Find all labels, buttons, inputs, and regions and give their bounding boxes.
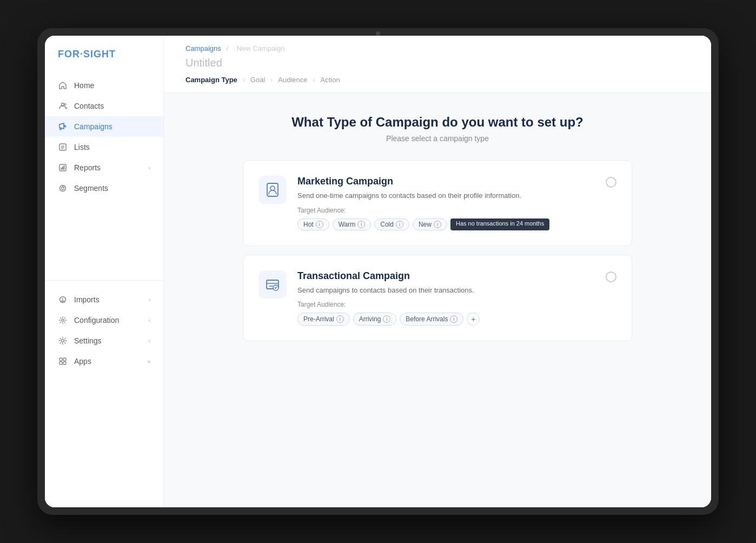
tag-pre-arrival-label: Pre-Arrival bbox=[303, 315, 334, 323]
tag-cold-label: Cold bbox=[380, 221, 394, 228]
transactional-tags: Pre-Arrival i Arriving i Before Arrivals… bbox=[297, 313, 595, 326]
sidebar-item-campaigns[interactable]: Campaigns bbox=[45, 116, 163, 137]
tags-plus-button[interactable]: + bbox=[467, 313, 480, 326]
tag-arriving-label: Arriving bbox=[359, 315, 381, 323]
content-subtitle: Please select a campaign type bbox=[386, 134, 489, 143]
marketing-card-body: Marketing Campaign Send one-time campaig… bbox=[297, 176, 595, 230]
tag-before-arrivals-label: Before Arrivals bbox=[406, 315, 448, 323]
step-arrow-3: › bbox=[313, 76, 315, 84]
svg-rect-24 bbox=[63, 362, 66, 365]
breadcrumb-separator: / bbox=[226, 44, 228, 52]
step-audience[interactable]: Audience bbox=[278, 76, 307, 84]
svg-rect-11 bbox=[61, 168, 62, 170]
sidebar-item-contacts[interactable]: Contacts bbox=[45, 96, 163, 116]
apps-chevron: » bbox=[147, 359, 150, 365]
settings-chevron: ‹ bbox=[149, 338, 150, 344]
tag-hot: Hot i bbox=[297, 218, 329, 230]
step-arrow-1: › bbox=[243, 76, 245, 84]
tag-no-transactions: Has no transactions in 24 months bbox=[450, 218, 549, 230]
device-frame: FOR·SIGHT Home bbox=[37, 28, 719, 515]
tag-before-arrivals-info[interactable]: i bbox=[450, 315, 457, 323]
imports-chevron: ‹ bbox=[149, 297, 150, 303]
svg-rect-13 bbox=[64, 165, 65, 170]
home-icon bbox=[58, 81, 68, 90]
apps-icon bbox=[58, 356, 68, 366]
marketing-campaign-card[interactable]: Marketing Campaign Send one-time campaig… bbox=[243, 160, 632, 246]
svg-rect-23 bbox=[59, 362, 62, 365]
svg-point-20 bbox=[62, 340, 64, 342]
step-action[interactable]: Action bbox=[321, 76, 340, 84]
sidebar-item-settings[interactable]: Settings ‹ bbox=[45, 330, 163, 351]
tag-new-info[interactable]: i bbox=[434, 221, 441, 228]
reports-chevron: ‹ bbox=[149, 165, 150, 171]
transactional-card-body: Transactional Campaign Send campaigns to… bbox=[297, 270, 595, 326]
sidebar: FOR·SIGHT Home bbox=[45, 36, 164, 507]
sidebar-item-apps[interactable]: Apps » bbox=[45, 351, 163, 372]
transactional-card-desc: Send campaigns to contacts based on thei… bbox=[297, 285, 595, 296]
tag-new-label: New bbox=[419, 221, 432, 228]
camera-area bbox=[362, 31, 394, 36]
step-campaign-type[interactable]: Campaign Type bbox=[185, 76, 237, 84]
sidebar-item-configuration[interactable]: Configuration ‹ bbox=[45, 310, 163, 330]
breadcrumb-parent[interactable]: Campaigns bbox=[185, 44, 221, 52]
reports-icon bbox=[58, 163, 68, 173]
transactional-target-label: Target Audience: bbox=[297, 301, 595, 308]
tag-pre-arrival-info[interactable]: i bbox=[336, 315, 344, 323]
sidebar-label-contacts: Contacts bbox=[74, 102, 104, 110]
lists-icon bbox=[58, 142, 68, 152]
tag-arriving-info[interactable]: i bbox=[383, 315, 390, 323]
sidebar-item-reports[interactable]: Reports ‹ bbox=[45, 157, 163, 178]
sidebar-item-segments[interactable]: Segments bbox=[45, 178, 163, 198]
logo-sight: ·SIGHT bbox=[80, 49, 116, 59]
svg-point-1 bbox=[64, 104, 66, 105]
breadcrumb: Campaigns / New Campaign bbox=[185, 44, 689, 52]
segments-icon bbox=[58, 183, 68, 193]
tag-new: New i bbox=[413, 218, 447, 230]
svg-point-26 bbox=[270, 186, 275, 190]
content-area: What Type of Campaign do you want to set… bbox=[164, 93, 711, 507]
sidebar-label-home: Home bbox=[74, 81, 94, 90]
sidebar-bottom: Imports ‹ Configuration ‹ bbox=[45, 280, 163, 494]
transactional-campaign-card[interactable]: Transactional Campaign Send campaigns to… bbox=[243, 255, 632, 342]
svg-point-0 bbox=[62, 103, 64, 106]
logo-for: FOR bbox=[58, 49, 80, 59]
sidebar-item-home[interactable]: Home bbox=[45, 75, 163, 96]
sidebar-label-imports: Imports bbox=[74, 295, 100, 304]
marketing-radio[interactable] bbox=[606, 177, 616, 188]
svg-marker-2 bbox=[59, 123, 64, 129]
tag-hot-info[interactable]: i bbox=[316, 221, 323, 228]
step-goal[interactable]: Goal bbox=[250, 76, 265, 84]
transactional-icon-wrap bbox=[258, 270, 287, 299]
marketing-card-title: Marketing Campaign bbox=[297, 176, 595, 187]
tag-cold-info[interactable]: i bbox=[396, 221, 403, 228]
configuration-chevron: ‹ bbox=[149, 317, 150, 323]
nav-section: Home Contacts bbox=[45, 75, 163, 280]
breadcrumb-current: New Campaign bbox=[237, 44, 285, 52]
tag-cold: Cold i bbox=[374, 218, 409, 230]
tag-warm-info[interactable]: i bbox=[357, 221, 365, 228]
imports-icon bbox=[58, 295, 68, 304]
svg-rect-22 bbox=[63, 358, 66, 361]
sidebar-label-configuration: Configuration bbox=[74, 316, 119, 325]
contacts-icon bbox=[58, 101, 68, 111]
campaigns-icon bbox=[58, 122, 68, 131]
page-title-input[interactable] bbox=[185, 57, 348, 69]
svg-rect-12 bbox=[62, 167, 63, 170]
device-inner: FOR·SIGHT Home bbox=[45, 36, 711, 507]
sidebar-item-lists[interactable]: Lists bbox=[45, 137, 163, 157]
tag-arriving: Arriving i bbox=[353, 313, 397, 326]
tag-hot-label: Hot bbox=[303, 221, 314, 228]
sidebar-label-lists: Lists bbox=[74, 143, 90, 151]
marketing-tags: Hot i Warm i Cold i bbox=[297, 218, 595, 230]
step-arrow-2: › bbox=[270, 76, 273, 84]
svg-point-5 bbox=[60, 128, 62, 130]
svg-point-19 bbox=[62, 319, 64, 321]
tag-pre-arrival: Pre-Arrival i bbox=[297, 313, 350, 326]
svg-rect-21 bbox=[59, 358, 62, 361]
sidebar-item-imports[interactable]: Imports ‹ bbox=[45, 289, 163, 310]
content-title: What Type of Campaign do you want to set… bbox=[291, 115, 583, 130]
steps-nav: Campaign Type › Goal › Audience › Action bbox=[185, 76, 689, 84]
topbar: Campaigns / New Campaign Campaign Type ›… bbox=[164, 36, 711, 93]
sidebar-label-apps: Apps bbox=[74, 357, 91, 366]
transactional-radio[interactable] bbox=[606, 272, 616, 282]
